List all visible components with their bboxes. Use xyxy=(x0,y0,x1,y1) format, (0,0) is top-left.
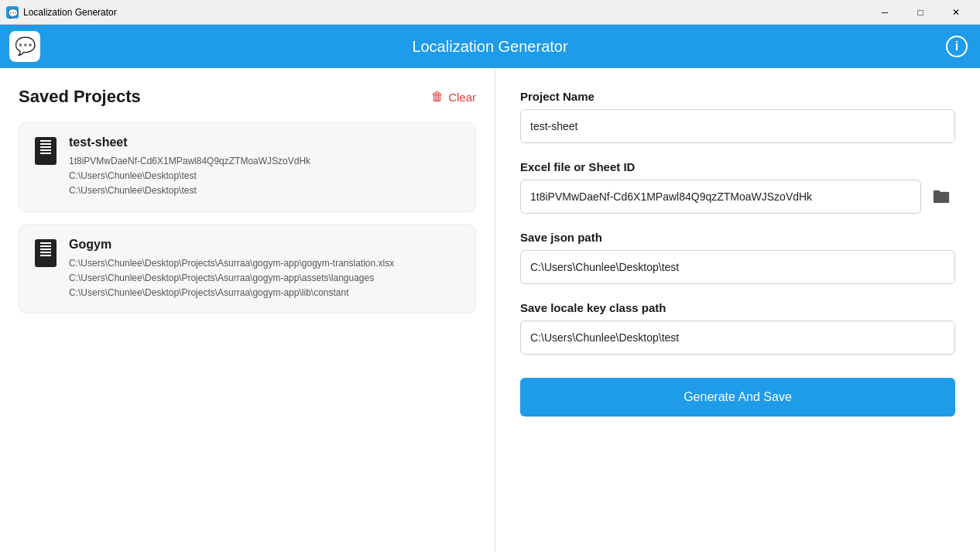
locale-path-group: Save locale key class path xyxy=(520,301,955,355)
left-panel: Saved Projects 🗑 Clear test-sheet 1t8iPV… xyxy=(0,68,495,552)
info-button[interactable]: i xyxy=(946,36,968,57)
project-card-sheet-id: C:\Users\Chunlee\Desktop\Projects\Asurra… xyxy=(69,256,460,271)
project-card-content: test-sheet 1t8iPVMwDaeNf-Cd6X1MPawl84Q9q… xyxy=(69,135,460,199)
title-bar: 💬 Localization Generator ─ □ ✕ xyxy=(0,0,980,25)
clear-button[interactable]: 🗑 Clear xyxy=(431,90,476,104)
project-card-icon xyxy=(35,137,57,165)
project-name-label: Project Name xyxy=(520,90,955,103)
project-card-json-path: C:\Users\Chunlee\Desktop\test xyxy=(69,169,460,183)
minimize-button[interactable]: ─ xyxy=(867,0,903,25)
title-bar-left: 💬 Localization Generator xyxy=(6,6,117,19)
generate-save-button[interactable]: Generate And Save xyxy=(520,378,955,417)
project-card-locale-path: C:\Users\Chunlee\Desktop\test xyxy=(69,183,460,198)
close-button[interactable]: ✕ xyxy=(938,0,974,25)
app-icon-small: 💬 xyxy=(6,6,19,19)
project-name-group: Project Name xyxy=(520,90,955,143)
project-card-name: Gogym xyxy=(69,238,460,252)
logo-emoji: 💬 xyxy=(15,38,36,55)
right-panel: Project Name Excel file or Sheet ID Save… xyxy=(495,68,980,552)
svg-text:💬: 💬 xyxy=(8,8,19,19)
sheet-id-label: Excel file or Sheet ID xyxy=(520,160,955,173)
left-panel-header: Saved Projects 🗑 Clear xyxy=(19,87,476,107)
project-card-icon xyxy=(35,239,57,267)
project-card[interactable]: Gogym C:\Users\Chunlee\Desktop\Projects\… xyxy=(19,225,476,314)
title-bar-controls: ─ □ ✕ xyxy=(867,0,974,25)
app-header-title: Localization Generator xyxy=(412,38,567,56)
json-path-label: Save json path xyxy=(520,231,955,244)
folder-icon xyxy=(932,189,951,204)
project-card-json-path: C:\Users\Chunlee\Desktop\Projects\Asurra… xyxy=(69,271,460,286)
project-card-sheet-id: 1t8iPVMwDaeNf-Cd6X1MPawl84Q9qzZTMoaWJSzo… xyxy=(69,154,460,169)
app-header: 💬 Localization Generator i xyxy=(0,25,980,68)
json-path-input[interactable] xyxy=(520,250,955,284)
main-content: Saved Projects 🗑 Clear test-sheet 1t8iPV… xyxy=(0,68,980,552)
sheet-id-group: Excel file or Sheet ID xyxy=(520,160,955,214)
locale-path-input[interactable] xyxy=(520,321,955,355)
project-card[interactable]: test-sheet 1t8iPVMwDaeNf-Cd6X1MPawl84Q9q… xyxy=(19,122,476,212)
saved-projects-title: Saved Projects xyxy=(19,87,141,107)
project-card-locale-path: C:\Users\Chunlee\Desktop\Projects\Asurra… xyxy=(69,286,460,300)
json-path-group: Save json path xyxy=(520,231,955,284)
title-bar-app-name: Localization Generator xyxy=(23,7,117,18)
sheet-id-wrapper xyxy=(520,180,955,214)
browse-button[interactable] xyxy=(927,183,955,211)
locale-path-label: Save locale key class path xyxy=(520,301,955,314)
project-card-content: Gogym C:\Users\Chunlee\Desktop\Projects\… xyxy=(69,238,460,301)
trash-icon: 🗑 xyxy=(431,90,444,104)
maximize-button[interactable]: □ xyxy=(903,0,938,25)
project-name-input[interactable] xyxy=(520,109,955,143)
clear-label: Clear xyxy=(448,91,476,104)
project-card-name: test-sheet xyxy=(69,135,460,149)
app-logo: 💬 xyxy=(9,31,40,62)
sheet-id-input[interactable] xyxy=(520,180,921,214)
